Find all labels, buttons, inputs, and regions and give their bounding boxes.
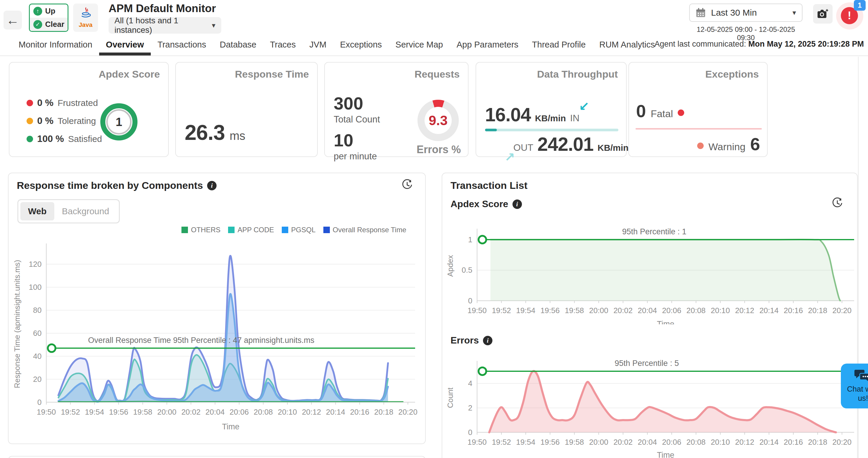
transaction-list-panel: Transaction List Apdex Score i 00.5119:5… [442, 173, 858, 458]
svg-text:20:06: 20:06 [662, 306, 681, 315]
chat-widget-button[interactable]: Chat with us! [841, 364, 868, 408]
svg-text:20:02: 20:02 [181, 407, 200, 417]
svg-text:19:54: 19:54 [516, 438, 535, 447]
svg-text:20:20: 20:20 [832, 306, 851, 315]
svg-text:80: 80 [33, 306, 41, 314]
check-icon: ✓ [33, 20, 42, 29]
svg-text:19:58: 19:58 [133, 407, 152, 417]
card-title: Requests [414, 68, 460, 80]
errors-subheader: Errors i [451, 335, 492, 346]
back-button[interactable]: ← [4, 11, 22, 30]
throughput-out-value: 242.01 [537, 133, 594, 155]
info-icon[interactable]: i [483, 336, 492, 345]
response-time-components-chart[interactable]: 02040608010012019:5019:5219:5419:5619:58… [11, 241, 423, 438]
monitor-status-box[interactable]: ↑ Up ✓ Clear [29, 4, 68, 32]
svg-text:2: 2 [468, 403, 472, 412]
errors-chart[interactable]: 02419:5019:5219:5419:5619:5820:0020:0220… [444, 350, 857, 458]
tolerating-dot-icon [27, 118, 33, 124]
tolerating-label: Tolerating [58, 116, 96, 126]
tab-service-map[interactable]: Service Map [389, 40, 450, 56]
apdex-score-value: 1 [106, 109, 132, 134]
info-icon[interactable]: i [513, 200, 522, 209]
requests-card: Requests 300 Total Count 10 per minute 9… [324, 62, 468, 157]
alert-count-badge: 1 [854, 0, 866, 11]
toggle-web[interactable]: Web [20, 202, 54, 220]
status-row-up: ↑ Up [30, 4, 68, 18]
tab-app-parameters[interactable]: App Parameters [450, 40, 525, 56]
svg-text:20:10: 20:10 [711, 306, 730, 315]
apdex-score-chart[interactable]: 00.5119:5019:5219:5419:5619:5820:0020:02… [444, 215, 857, 324]
apdex-satisfied-row: 100 % Satisfied [27, 133, 102, 144]
throughput-out-label: OUT [514, 142, 533, 153]
tab-thread-profile[interactable]: Thread Profile [525, 40, 592, 56]
svg-text:20:00: 20:00 [589, 306, 608, 315]
java-label: Java [79, 21, 93, 28]
svg-text:Apdex: Apdex [446, 255, 455, 277]
legend-item-overall[interactable]: Overall Response Time [323, 226, 406, 234]
apdex-tolerating-row: 0 % Tolerating [27, 115, 102, 126]
svg-text:20:08: 20:08 [687, 438, 706, 447]
requests-per-min-label: per minute [334, 151, 380, 162]
host-selector-dropdown[interactable]: All (1 hosts and 1 instances) ▾ [108, 17, 221, 34]
fatal-value: 0 [636, 101, 646, 121]
tab-traces[interactable]: Traces [263, 40, 303, 56]
java-monitor-type-tile: Java [73, 4, 98, 32]
svg-text:19:58: 19:58 [565, 306, 584, 315]
svg-text:20:06: 20:06 [662, 438, 681, 447]
calendar-icon [696, 8, 706, 18]
status-row-clear: ✓ Clear [30, 18, 68, 31]
time-range-dropdown[interactable]: Last 30 Min ▾ [689, 4, 803, 22]
svg-text:20:10: 20:10 [711, 438, 730, 447]
svg-text:19:50: 19:50 [467, 438, 487, 447]
svg-text:20:04: 20:04 [205, 407, 224, 417]
legend-item-others[interactable]: OTHERS [181, 226, 220, 234]
svg-text:20:14: 20:14 [760, 438, 779, 447]
svg-text:20:20: 20:20 [398, 407, 417, 417]
legend-label: Overall Response Time [333, 226, 406, 234]
tab-jvm[interactable]: JVM [302, 40, 333, 56]
requests-counts: 300 Total Count 10 per minute [334, 93, 380, 162]
svg-text:40: 40 [33, 352, 41, 361]
svg-text:Overall Response Time 95th Per: Overall Response Time 95th Percentile : … [88, 336, 314, 345]
svg-text:19:52: 19:52 [61, 407, 80, 417]
svg-text:20: 20 [33, 375, 41, 384]
toggle-background[interactable]: Background [54, 202, 117, 220]
svg-text:Time: Time [222, 422, 240, 431]
svg-text:95th Percentile : 1: 95th Percentile : 1 [622, 227, 687, 236]
next-section-card-edge [8, 456, 426, 458]
svg-text:20:06: 20:06 [229, 407, 249, 417]
svg-text:20:16: 20:16 [784, 438, 803, 447]
svg-text:0.5: 0.5 [462, 266, 472, 274]
svg-text:19:52: 19:52 [492, 306, 511, 315]
history-icon[interactable] [401, 179, 413, 191]
svg-text:0: 0 [468, 428, 472, 437]
fatal-label: Fatal [651, 108, 673, 120]
response-time-unit: ms [229, 129, 245, 143]
tab-overview[interactable]: Overview [99, 40, 151, 56]
tab-exceptions[interactable]: Exceptions [333, 40, 389, 56]
panel-title: Transaction List [451, 180, 528, 191]
tab-database[interactable]: Database [213, 40, 263, 56]
svg-text:100: 100 [29, 283, 41, 292]
svg-text:19:54: 19:54 [85, 407, 104, 417]
tab-transactions[interactable]: Transactions [151, 40, 213, 56]
svg-text:20:16: 20:16 [350, 407, 369, 417]
legend-item-pgsql[interactable]: PGSQL [282, 226, 316, 234]
panel-title: Response time broken by Components [17, 180, 203, 191]
svg-text:20:12: 20:12 [735, 306, 754, 315]
info-icon[interactable]: i [207, 181, 217, 190]
tab-rum-analytics[interactable]: RUM Analytics [592, 40, 662, 56]
history-icon[interactable] [831, 197, 843, 209]
svg-text:0: 0 [37, 398, 41, 407]
tab-monitor-information[interactable]: Monitor Information [12, 40, 99, 56]
screenshot-button[interactable] [813, 4, 833, 24]
svg-text:20:04: 20:04 [638, 306, 657, 315]
response-time-value-row: 26.3 ms [185, 120, 245, 145]
svg-text:20:00: 20:00 [589, 438, 608, 447]
exceptions-card: Exceptions 0 Fatal Warning 6 [628, 62, 768, 157]
svg-text:20:12: 20:12 [302, 407, 321, 417]
svg-text:19:56: 19:56 [109, 407, 128, 417]
tolerating-pct: 0 % [37, 115, 53, 126]
apdex-score-subheader: Apdex Score i [451, 199, 522, 210]
legend-item-app-code[interactable]: APP CODE [228, 226, 274, 234]
